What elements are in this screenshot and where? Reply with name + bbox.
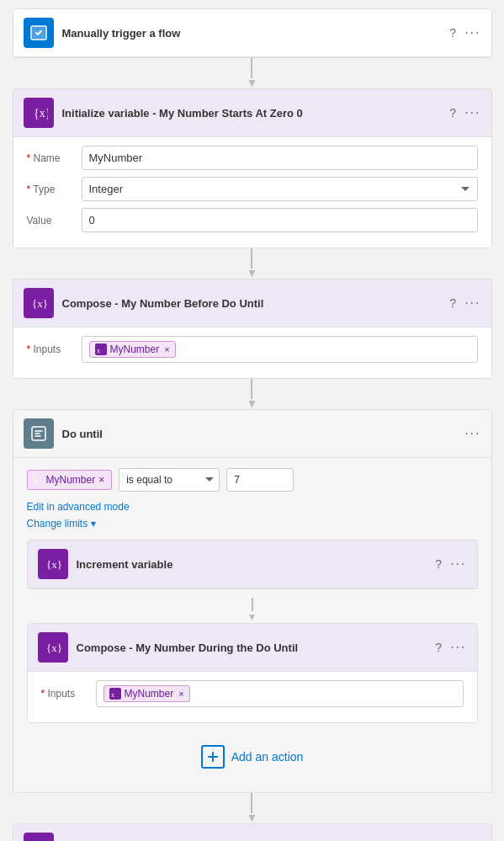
compose-during-token-label: MyNumber [125,688,174,700]
compose-during-inputs-container[interactable]: x MyNumber × [96,680,464,707]
type-select[interactable]: Integer [82,177,478,201]
compose-during-title: Compose - My Number During the Do Until [77,641,427,654]
trigger-menu-icon[interactable]: ··· [464,25,480,40]
arrow-down-3: ▼ [247,397,258,409]
compose-before-body: Inputs x MyNumber × [13,327,491,378]
compose-during-header: {x} Compose - My Number During the Do Un… [28,624,477,672]
edit-advanced-link[interactable]: Edit in advanced mode [27,501,130,513]
compose-before-actions: ? ··· [449,295,480,311]
compose-during-inputs-row: Inputs x MyNumber × [41,680,464,707]
init-variable-icon: {x} [24,98,54,128]
increment-variable-card: {x} Increment variable ? ··· [27,540,478,589]
compose-before-token[interactable]: x MyNumber × [89,341,176,358]
name-label: Name [27,152,73,164]
do-until-icon [24,418,54,449]
init-variable-header: {x} Initialize variable - My Number Star… [13,89,491,137]
condition-token[interactable]: x MyNumber × [27,470,113,490]
compose-after-icon: {x} [24,833,54,841]
do-until-container: Do until ··· x MyNumber × is equal [13,409,492,793]
svg-text:{x}: {x} [46,641,62,654]
connector-4: ▼ [247,793,258,823]
value-label: Value [27,215,73,226]
do-until-actions: ··· [464,426,480,441]
condition-operator-select[interactable]: is equal to [119,468,220,492]
inner-arrow-1: ▼ [247,611,257,623]
compose-during-menu-icon[interactable]: ··· [450,640,466,655]
condition-token-close[interactable]: × [98,474,104,486]
compose-before-inputs-container[interactable]: x MyNumber × [82,336,478,363]
connector-3: ▼ [247,379,258,409]
trigger-help-icon[interactable]: ? [449,26,456,40]
compose-before-inputs-row: Inputs x MyNumber × [27,336,478,363]
compose-before-header: {x} Compose - My Number Before Do Until … [13,279,491,327]
do-until-header: Do until ··· [13,410,491,458]
name-field-row: Name [27,146,478,170]
add-action-label: Add an action [231,750,304,764]
compose-during-token-icon: x [109,688,121,700]
init-variable-menu-icon[interactable]: ··· [464,105,480,120]
compose-before-inputs-label: Inputs [27,343,73,355]
value-input[interactable] [82,208,478,232]
compose-during-token[interactable]: x MyNumber × [103,685,190,702]
svg-text:{x}: {x} [32,297,48,310]
condition-value-input[interactable] [226,468,294,492]
compose-during-inputs-label: Inputs [41,688,88,700]
trigger-actions: ? ··· [449,25,480,40]
compose-before-card: {x} Compose - My Number Before Do Until … [13,279,492,379]
increment-variable-menu-icon[interactable]: ··· [450,556,466,572]
increment-variable-title: Increment variable [77,558,427,571]
compose-during-help-icon[interactable]: ? [435,641,442,654]
increment-variable-header: {x} Increment variable ? ··· [28,540,477,588]
condition-token-label: MyNumber [46,474,96,486]
svg-text:{x}: {x} [46,558,62,571]
change-limits-label: Change limits [27,518,88,530]
compose-during-actions: ? ··· [435,640,466,655]
init-variable-title: Initialize variable - My Number Starts A… [62,107,442,120]
trigger-card: Manually trigger a flow ? ··· [13,8,492,58]
compose-during-card: {x} Compose - My Number During the Do Un… [27,623,478,723]
trigger-header: Manually trigger a flow ? ··· [13,9,491,57]
compose-during-icon: {x} [38,632,68,663]
compose-after-header: {x} Compose - My Number After Do Until ?… [13,824,491,841]
connector-2: ▼ [247,248,258,279]
change-limits[interactable]: Change limits ▾ [27,518,478,530]
increment-variable-help-icon[interactable]: ? [435,557,442,571]
connector-1: ▼ [247,58,258,88]
svg-text:{x}: {x} [34,107,48,120]
condition-row: x MyNumber × is equal to [27,468,478,492]
compose-before-title: Compose - My Number Before Do Until [62,297,442,310]
compose-before-help-icon[interactable]: ? [449,296,456,310]
trigger-title: Manually trigger a flow [62,27,442,40]
value-field-row: Value [27,208,478,232]
add-action-button[interactable]: Add an action [201,745,304,769]
svg-text:x: x [111,691,114,698]
do-until-body: x MyNumber × is equal to Edit in advance… [13,458,491,792]
do-until-title: Do until [62,428,457,440]
inner-connector-1: ▼ [27,598,478,623]
token-icon: x [95,343,107,355]
type-field-row: Type Integer [27,177,478,201]
increment-variable-icon: {x} [38,549,68,579]
trigger-icon [24,18,54,48]
add-action-icon [201,745,225,769]
init-variable-actions: ? ··· [449,105,480,120]
condition-token-icon: x [34,476,43,484]
increment-variable-actions: ? ··· [435,556,466,572]
name-input[interactable] [82,146,478,170]
compose-during-token-close[interactable]: × [178,689,183,699]
change-limits-chevron-icon: ▾ [91,518,96,530]
init-variable-body: Name Type Integer Value [13,137,491,248]
arrow-down-1: ▼ [247,77,258,88]
init-variable-card: {x} Initialize variable - My Number Star… [13,88,492,248]
compose-before-token-label: MyNumber [110,343,160,355]
arrow-down-2: ▼ [247,267,258,279]
type-label: Type [27,184,73,195]
do-until-menu-icon[interactable]: ··· [464,426,480,441]
compose-before-menu-icon[interactable]: ··· [464,295,480,311]
compose-during-body: Inputs x MyNumber × [28,672,477,722]
compose-before-token-close[interactable]: × [164,344,169,354]
init-variable-help-icon[interactable]: ? [449,106,456,120]
svg-text:x: x [34,477,38,484]
compose-after-card: {x} Compose - My Number After Do Until ?… [13,823,492,841]
arrow-down-4: ▼ [247,812,258,823]
